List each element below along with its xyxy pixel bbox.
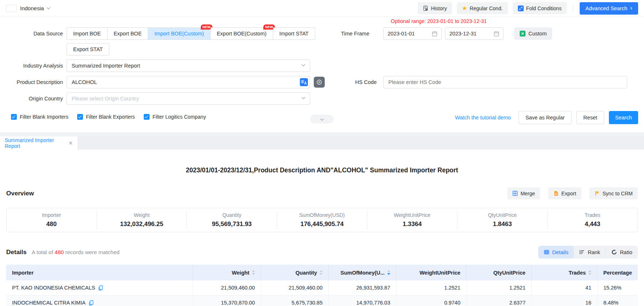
merge-icon: [512, 191, 518, 196]
filter-logitics-company-checkbox[interactable]: Filter Logitics Company: [144, 114, 206, 120]
col-quantity[interactable]: Quantity: [261, 265, 329, 280]
ratio-icon: [611, 249, 617, 255]
view-switcher: Details Rank Ratio: [538, 246, 638, 259]
table-row[interactable]: INDOCHEMICAL CITRA KIMIA 15,370,870.00 5…: [6, 295, 638, 306]
sync-to-crm-button[interactable]: Sync to CRM: [590, 187, 638, 199]
section-gap: [0, 132, 644, 137]
filter-checkboxes: Filter Blank Importers Filter Blank Expo…: [11, 114, 206, 120]
history-icon: [423, 5, 428, 11]
tab-import-stat[interactable]: Import STAT: [273, 27, 315, 40]
table-icon: [544, 249, 549, 255]
time-frame-label: Time Frame: [311, 27, 369, 40]
origin-country-label: Origin Country: [4, 92, 63, 105]
details-heading: Details: [6, 249, 27, 256]
overview-heading: Overview: [6, 190, 34, 197]
optional-range-note: Optional range: 2023-01-01 to 2023-12-31: [366, 18, 512, 24]
history-button[interactable]: History: [418, 2, 452, 14]
stat-weight: Weight132,032,496.25: [97, 211, 187, 229]
result-tab-strip: Summarized Importer Report ✕: [0, 137, 644, 150]
filter-blank-importers-checkbox[interactable]: Filter Blank Importers: [11, 114, 68, 120]
top-bar: Indonesia History ★ Regular Cond. Fold C…: [0, 0, 644, 17]
advanced-search-button[interactable]: Advanced Search ›: [580, 2, 638, 15]
stat-quantity: Quantity95,569,731.93: [187, 211, 277, 229]
view-details-button[interactable]: Details: [538, 246, 574, 259]
importer-name[interactable]: INDOCHEMICAL CITRA KIMIA: [12, 300, 86, 306]
tab-export-boe-custom[interactable]: Export BOE(Custom) NEW: [211, 27, 273, 40]
close-icon[interactable]: ✕: [68, 140, 73, 146]
time-frame-row: 2023-01-01 2023-12-31 Custom: [383, 27, 552, 40]
report-title: 2023/01/01-2023/12/31,Product Descriptio…: [0, 167, 644, 174]
sort-icon[interactable]: [588, 270, 591, 275]
view-rank-button[interactable]: Rank: [574, 246, 606, 259]
stat-trades: Trades4,443: [547, 211, 637, 229]
sort-icon[interactable]: [320, 270, 323, 275]
overview-stats: Importer480 Weight132,032,496.25 Quantit…: [6, 208, 638, 232]
copy-icon[interactable]: [98, 285, 103, 291]
col-percentage: Percentage: [598, 265, 638, 280]
product-description-label: Product Description: [4, 76, 63, 88]
col-trades[interactable]: Trades: [532, 265, 598, 280]
stat-qty-unit-price: QtyUnitPrice1.8463: [457, 211, 547, 229]
translate-icon[interactable]: [300, 78, 308, 86]
merge-button[interactable]: Merge: [507, 187, 540, 199]
industry-analysis-label: Industry Analysis: [4, 60, 63, 72]
industry-analysis-select[interactable]: Summarized Importer Report: [67, 60, 310, 72]
custom-icon: [520, 31, 526, 37]
tutorial-demo-link[interactable]: Watch the tutorial demo: [455, 115, 511, 121]
tab-export-boe[interactable]: Export BOE: [108, 27, 148, 40]
country-selector[interactable]: Indonesia: [6, 5, 50, 12]
sort-icon-active-desc[interactable]: [387, 270, 390, 275]
country-name: Indonesia: [20, 5, 44, 11]
details-total: A total of 480 records were matched: [32, 249, 120, 255]
reset-button[interactable]: Reset: [576, 111, 604, 124]
product-description-input[interactable]: [67, 76, 310, 88]
hs-code-label: HS Code: [318, 76, 377, 88]
origin-country-select[interactable]: Please select Origin Country: [67, 92, 310, 105]
hs-code-input[interactable]: [383, 76, 627, 88]
rank-icon: [579, 249, 585, 255]
export-icon: [553, 191, 559, 196]
custom-range-button[interactable]: Custom: [514, 27, 552, 40]
col-weight[interactable]: Weight: [193, 265, 261, 280]
col-importer: Importer: [6, 265, 193, 280]
tab-import-boe[interactable]: Import BOE: [67, 27, 108, 40]
indonesia-flag-icon: [6, 5, 17, 12]
col-qty-unit-price: QtyUnitPrice: [467, 265, 532, 280]
chevron-right-icon: ›: [630, 5, 632, 11]
copy-icon[interactable]: [88, 300, 94, 306]
tab-import-boe-custom[interactable]: Import BOE(Custom) NEW: [148, 27, 210, 40]
table-row[interactable]: PT. KAO INDONESIA CHEMICALS 21,509,460.0…: [6, 280, 638, 295]
save-as-regular-button[interactable]: Save as Regular: [519, 111, 572, 124]
filter-blank-exporters-checkbox[interactable]: Filter Blank Exporters: [77, 114, 135, 120]
divider: [573, 4, 573, 13]
importer-name[interactable]: PT. KAO INDONESIA CHEMICALS: [12, 285, 95, 291]
col-sum-of-money[interactable]: SumOfMoney(U...: [329, 265, 396, 280]
hs-code-field: [383, 76, 627, 88]
product-description-field: [67, 76, 310, 88]
start-date-input[interactable]: 2023-01-01: [383, 27, 442, 40]
checkbox-checked-icon: [11, 114, 17, 120]
stat-weight-unit-price: WeightUnitPrice1.3364: [367, 211, 457, 229]
checkbox-checked-icon: [77, 114, 83, 120]
end-date-input[interactable]: 2023-12-31: [445, 27, 504, 40]
regular-cond-button[interactable]: ★ Regular Cond.: [457, 2, 508, 14]
data-source-tabs: Import BOE Export BOE Import BOE(Custom)…: [67, 27, 315, 40]
search-button[interactable]: Search: [609, 111, 638, 124]
export-button[interactable]: Export: [548, 187, 581, 199]
details-table: Importer Weight Quantity SumOfMoney(U...…: [6, 265, 638, 306]
tab-summarized-importer-report[interactable]: Summarized Importer Report ✕: [0, 137, 78, 150]
chevron-down-icon: [47, 6, 50, 9]
stat-sum-of-money: SumOfMoney(USD)176,445,905.74: [277, 211, 367, 229]
col-weight-unit-price: WeightUnitPrice: [396, 265, 467, 280]
star-icon: ★: [462, 5, 467, 11]
fold-icon: [518, 5, 524, 11]
fold-conditions-button[interactable]: Fold Conditions: [513, 2, 567, 14]
chevron-down-icon: [320, 117, 324, 121]
calendar-icon: [432, 31, 437, 37]
tab-export-stat[interactable]: Export STAT: [67, 43, 109, 56]
sort-icon[interactable]: [252, 270, 255, 275]
flag-icon: [595, 191, 600, 196]
view-ratio-button[interactable]: Ratio: [606, 246, 638, 259]
expand-conditions-button[interactable]: [310, 115, 334, 123]
record-count: 480: [54, 249, 64, 255]
